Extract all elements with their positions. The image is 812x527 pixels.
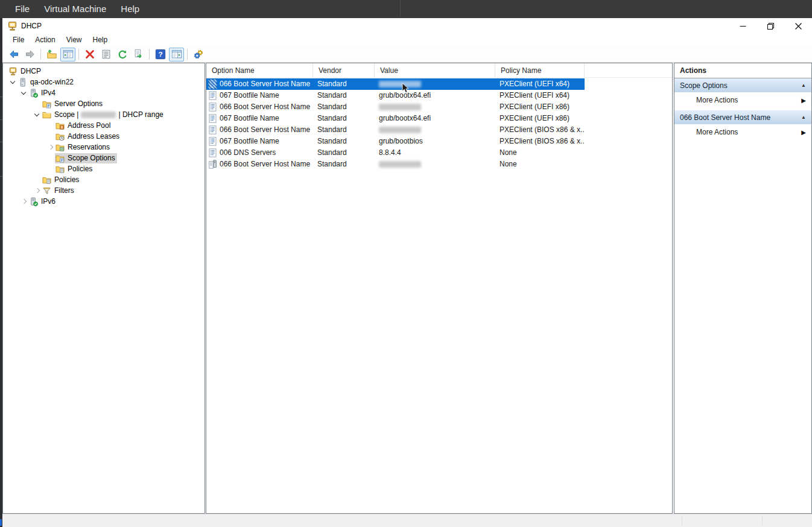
tree-item-label: Reservations	[68, 143, 110, 151]
option-list-icon	[209, 148, 217, 157]
chevron-up-icon[interactable]: ▲	[801, 83, 806, 88]
column-header-value[interactable]: Value	[375, 63, 495, 77]
action-group-header[interactable]: Scope Options▲	[674, 78, 811, 93]
toolbar-back-button[interactable]	[6, 48, 21, 62]
menu-view[interactable]: View	[61, 34, 87, 46]
option-name-cell: 066 Boot Server Host Name	[206, 124, 313, 136]
tree-item-policies[interactable]: Policies	[3, 174, 205, 185]
tree-item-scope-policies[interactable]: Policies	[3, 163, 205, 174]
console-tree-pane: DHCPqa-odc-win22IPv4Server OptionsScope …	[2, 63, 205, 514]
tree-item-label: Filters	[54, 186, 74, 195]
toolbar-refresh-button[interactable]	[115, 48, 130, 62]
policy-name-cell: PXEClient (BIOS x86 & x...	[495, 136, 585, 147]
tree-item-content: Reservations	[55, 142, 112, 153]
chevron-right-icon[interactable]	[46, 143, 55, 151]
folder-options-icon	[56, 154, 65, 163]
chevron-down-icon[interactable]	[33, 110, 42, 119]
tree-indent	[3, 125, 46, 126]
console-content: DHCPqa-odc-win22IPv4Server OptionsScope …	[2, 63, 812, 514]
column-header-option-name[interactable]: Option Name	[206, 63, 313, 77]
tree-item-address-pool[interactable]: Address Pool	[3, 120, 205, 131]
column-header-policy-name[interactable]: Policy Name	[495, 63, 585, 77]
window-controls	[729, 18, 812, 34]
table-row[interactable]: 066 Boot Server Host NameStandardNone	[206, 159, 585, 170]
menu-action[interactable]: Action	[30, 34, 60, 46]
vm-menu-virtual-machine[interactable]: Virtual Machine	[37, 0, 113, 18]
tree-item-dhcp-root[interactable]: DHCP	[3, 66, 205, 77]
table-row[interactable]: 066 Boot Server Host NameStandardPXEClie…	[206, 78, 585, 90]
dhcp-console-window: DHCP FileActionViewHelp ? DHCPqa-odc-win…	[2, 18, 812, 527]
vm-menubar-divider	[400, 0, 401, 17]
tree-item-ipv6[interactable]: IPv6	[3, 196, 205, 207]
close-icon	[795, 23, 802, 30]
export-icon	[133, 49, 144, 60]
menu-help[interactable]: Help	[87, 34, 113, 46]
action-group-header[interactable]: 066 Boot Server Host Name▲	[674, 110, 811, 125]
table-row[interactable]: 067 Bootfile NameStandardgrub/bootx64.ef…	[206, 90, 585, 101]
more-actions-label: More Actions	[696, 96, 801, 104]
tree-item-ipv4[interactable]: IPv4	[3, 87, 205, 98]
policy-name-cell: None	[495, 147, 585, 159]
table-row[interactable]: 067 Bootfile NameStandardgrub/bootbiosPX…	[206, 136, 585, 147]
table-row[interactable]: 066 Boot Server Host NameStandardPXEClie…	[206, 124, 585, 136]
tree-item-server-options[interactable]: Server Options	[3, 98, 205, 109]
chevron-right-icon[interactable]	[20, 197, 28, 206]
chevron-spacer	[46, 165, 55, 173]
svg-text:?: ?	[158, 50, 162, 58]
table-row[interactable]: 067 Bootfile NameStandardgrub/bootx64.ef…	[206, 113, 585, 124]
tree-item-content: DHCP	[8, 66, 43, 77]
action-pane-icon	[171, 49, 182, 60]
toolbar-forward-button[interactable]	[22, 48, 37, 62]
toolbar-options-button[interactable]	[191, 48, 206, 62]
policy-name-cell: PXEClient (UEFI x86)	[495, 113, 585, 124]
toolbar-show-action-pane-button[interactable]	[169, 48, 184, 62]
results-pane: Option NameVendorValuePolicy Name 066 Bo…	[206, 63, 673, 514]
tree-indent	[3, 180, 33, 180]
toolbar-properties-button[interactable]	[98, 48, 113, 62]
tree-item-label: Scope Options	[68, 154, 115, 162]
chevron-down-icon[interactable]	[9, 78, 17, 86]
option-name-text: 066 Boot Server Host Name	[220, 101, 310, 113]
option-name-text: 067 Bootfile Name	[220, 90, 279, 101]
vm-menu-file[interactable]: File	[8, 0, 36, 18]
option-list-icon	[209, 114, 217, 123]
actions-pane-title: Actions	[674, 63, 811, 78]
tree-item-reservations[interactable]: Reservations	[3, 142, 205, 153]
tree-item-server-qa-odc-win22[interactable]: qa-odc-win22	[3, 77, 205, 87]
close-button[interactable]	[784, 18, 812, 34]
toolbar-export-list-button[interactable]	[131, 48, 146, 62]
minimize-button[interactable]	[729, 18, 756, 34]
list-rows: 066 Boot Server Host NameStandardPXEClie…	[206, 78, 672, 513]
tree-indent	[3, 158, 46, 159]
title-bar: DHCP	[2, 18, 812, 34]
more-actions-item[interactable]: More Actions▶	[674, 93, 811, 107]
vendor-cell: Standard	[313, 136, 375, 147]
tree-item-filters[interactable]: Filters	[3, 185, 205, 196]
restore-button[interactable]	[756, 18, 784, 34]
option-name-cell: 067 Bootfile Name	[206, 113, 313, 124]
toolbar-delete-button[interactable]	[82, 48, 97, 62]
toolbar-up-one-level-button[interactable]	[44, 48, 59, 62]
toolbar-show-console-tree-button[interactable]	[60, 48, 75, 62]
action-group-gap	[674, 139, 811, 142]
chevron-down-icon[interactable]	[20, 89, 28, 97]
tree-item-label: Address Leases	[68, 132, 119, 140]
tree-item-content: qa-odc-win22	[17, 77, 75, 87]
toolbar-help-button[interactable]: ?	[153, 48, 168, 62]
vm-menu-help[interactable]: Help	[114, 0, 146, 18]
chevron-up-icon[interactable]: ▲	[801, 115, 806, 120]
chevron-right-icon[interactable]	[33, 186, 42, 195]
value-cell: 8.8.4.4	[375, 147, 495, 159]
menu-file[interactable]: File	[7, 34, 30, 46]
option-name-cell: 066 Boot Server Host Name	[206, 78, 313, 90]
more-actions-item[interactable]: More Actions▶	[674, 125, 811, 139]
toolbar: ?	[2, 46, 812, 63]
table-row[interactable]: 006 DNS ServersStandard8.8.4.4None	[206, 147, 585, 159]
tree-item-scope[interactable]: Scope || DHCP range	[3, 109, 205, 120]
window-title: DHCP	[21, 22, 42, 30]
tree-item-address-leases[interactable]: Address Leases	[3, 131, 205, 142]
tree-item-scope-options[interactable]: Scope Options	[3, 153, 205, 163]
column-header-vendor[interactable]: Vendor	[313, 63, 375, 77]
table-row[interactable]: 066 Boot Server Host NameStandardPXEClie…	[206, 101, 585, 113]
minimize-icon	[740, 23, 746, 30]
